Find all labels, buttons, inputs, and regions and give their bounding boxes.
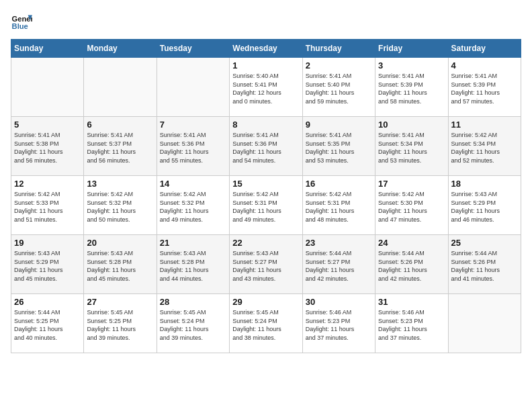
day-number: 5 bbox=[14, 120, 81, 130]
svg-text:Blue: Blue bbox=[12, 22, 28, 30]
day-info: Sunrise: 5:44 AMSunset: 5:26 PMDaylight:… bbox=[451, 249, 518, 283]
day-number: 1 bbox=[232, 60, 299, 71]
week-row-0: 1Sunrise: 5:40 AMSunset: 5:41 PMDaylight… bbox=[11, 58, 521, 117]
calendar-cell: 10Sunrise: 5:41 AMSunset: 5:34 PMDayligh… bbox=[375, 117, 448, 176]
day-info: Sunrise: 5:42 AMSunset: 5:34 PMDaylight:… bbox=[451, 131, 518, 165]
day-number: 23 bbox=[306, 238, 372, 248]
weekday-header-sunday: Sunday bbox=[11, 40, 84, 58]
day-number: 8 bbox=[232, 120, 299, 130]
day-number: 24 bbox=[378, 238, 445, 248]
day-number: 31 bbox=[378, 297, 445, 307]
day-number: 6 bbox=[87, 120, 153, 130]
week-row-4: 26Sunrise: 5:44 AMSunset: 5:25 PMDayligh… bbox=[11, 294, 521, 353]
calendar-cell: 30Sunrise: 5:46 AMSunset: 5:23 PMDayligh… bbox=[302, 294, 375, 353]
week-row-1: 5Sunrise: 5:41 AMSunset: 5:38 PMDaylight… bbox=[11, 117, 521, 176]
day-info: Sunrise: 5:42 AMSunset: 5:32 PMDaylight:… bbox=[87, 190, 153, 224]
calendar-cell: 3Sunrise: 5:41 AMSunset: 5:39 PMDaylight… bbox=[375, 58, 448, 117]
day-info: Sunrise: 5:43 AMSunset: 5:27 PMDaylight:… bbox=[232, 249, 299, 283]
day-number: 15 bbox=[232, 179, 299, 189]
calendar-cell: 13Sunrise: 5:42 AMSunset: 5:32 PMDayligh… bbox=[84, 176, 157, 235]
day-number: 25 bbox=[451, 238, 518, 248]
calendar-cell: 28Sunrise: 5:45 AMSunset: 5:24 PMDayligh… bbox=[157, 294, 229, 353]
calendar-cell: 27Sunrise: 5:45 AMSunset: 5:25 PMDayligh… bbox=[84, 294, 157, 353]
weekday-header-saturday: Saturday bbox=[448, 40, 521, 58]
day-info: Sunrise: 5:43 AMSunset: 5:28 PMDaylight:… bbox=[160, 249, 226, 283]
calendar-cell: 15Sunrise: 5:42 AMSunset: 5:31 PMDayligh… bbox=[230, 176, 302, 235]
calendar-cell: 17Sunrise: 5:42 AMSunset: 5:30 PMDayligh… bbox=[375, 176, 448, 235]
header: General Blue bbox=[11, 11, 521, 32]
weekday-header-friday: Friday bbox=[375, 40, 448, 58]
calendar-cell: 24Sunrise: 5:44 AMSunset: 5:26 PMDayligh… bbox=[375, 235, 448, 294]
calendar-cell: 8Sunrise: 5:41 AMSunset: 5:36 PMDaylight… bbox=[230, 117, 302, 176]
day-number: 20 bbox=[87, 238, 153, 248]
calendar-cell: 1Sunrise: 5:40 AMSunset: 5:41 PMDaylight… bbox=[230, 58, 302, 117]
day-info: Sunrise: 5:45 AMSunset: 5:25 PMDaylight:… bbox=[87, 308, 153, 342]
day-info: Sunrise: 5:43 AMSunset: 5:28 PMDaylight:… bbox=[87, 249, 153, 283]
calendar-cell: 23Sunrise: 5:44 AMSunset: 5:27 PMDayligh… bbox=[302, 235, 375, 294]
day-number: 28 bbox=[160, 297, 226, 307]
calendar-cell bbox=[157, 58, 229, 117]
weekday-header-monday: Monday bbox=[84, 40, 157, 58]
day-info: Sunrise: 5:42 AMSunset: 5:31 PMDaylight:… bbox=[306, 190, 372, 224]
calendar-cell: 9Sunrise: 5:41 AMSunset: 5:35 PMDaylight… bbox=[302, 117, 375, 176]
day-info: Sunrise: 5:43 AMSunset: 5:29 PMDaylight:… bbox=[451, 190, 518, 224]
calendar-cell: 25Sunrise: 5:44 AMSunset: 5:26 PMDayligh… bbox=[448, 235, 521, 294]
day-number: 17 bbox=[378, 179, 445, 189]
day-number: 14 bbox=[160, 179, 226, 189]
day-number: 16 bbox=[306, 179, 372, 189]
day-info: Sunrise: 5:41 AMSunset: 5:37 PMDaylight:… bbox=[87, 131, 153, 165]
weekday-header-tuesday: Tuesday bbox=[157, 40, 229, 58]
day-info: Sunrise: 5:41 AMSunset: 5:35 PMDaylight:… bbox=[306, 131, 372, 165]
day-number: 18 bbox=[451, 179, 518, 189]
day-info: Sunrise: 5:41 AMSunset: 5:38 PMDaylight:… bbox=[14, 131, 81, 165]
logo: General Blue bbox=[11, 11, 32, 32]
calendar-table: SundayMondayTuesdayWednesdayThursdayFrid… bbox=[11, 39, 521, 353]
calendar-cell: 4Sunrise: 5:41 AMSunset: 5:39 PMDaylight… bbox=[448, 58, 521, 117]
day-info: Sunrise: 5:46 AMSunset: 5:23 PMDaylight:… bbox=[306, 308, 372, 342]
week-row-3: 19Sunrise: 5:43 AMSunset: 5:29 PMDayligh… bbox=[11, 235, 521, 294]
day-info: Sunrise: 5:41 AMSunset: 5:40 PMDaylight:… bbox=[306, 72, 372, 105]
day-number: 10 bbox=[378, 120, 445, 130]
day-number: 26 bbox=[14, 297, 81, 307]
day-info: Sunrise: 5:42 AMSunset: 5:33 PMDaylight:… bbox=[14, 190, 81, 224]
day-info: Sunrise: 5:42 AMSunset: 5:30 PMDaylight:… bbox=[378, 190, 445, 224]
weekday-header-row: SundayMondayTuesdayWednesdayThursdayFrid… bbox=[11, 40, 521, 58]
calendar-cell: 6Sunrise: 5:41 AMSunset: 5:37 PMDaylight… bbox=[84, 117, 157, 176]
calendar-cell: 12Sunrise: 5:42 AMSunset: 5:33 PMDayligh… bbox=[11, 176, 84, 235]
day-number: 12 bbox=[14, 179, 81, 189]
week-row-2: 12Sunrise: 5:42 AMSunset: 5:33 PMDayligh… bbox=[11, 176, 521, 235]
calendar-cell bbox=[11, 58, 84, 117]
day-number: 9 bbox=[306, 120, 372, 130]
calendar-cell: 11Sunrise: 5:42 AMSunset: 5:34 PMDayligh… bbox=[448, 117, 521, 176]
day-info: Sunrise: 5:45 AMSunset: 5:24 PMDaylight:… bbox=[232, 308, 299, 342]
day-info: Sunrise: 5:41 AMSunset: 5:34 PMDaylight:… bbox=[378, 131, 445, 165]
day-info: Sunrise: 5:41 AMSunset: 5:36 PMDaylight:… bbox=[232, 131, 299, 165]
day-info: Sunrise: 5:44 AMSunset: 5:27 PMDaylight:… bbox=[306, 249, 372, 283]
day-info: Sunrise: 5:42 AMSunset: 5:32 PMDaylight:… bbox=[160, 190, 226, 224]
day-number: 7 bbox=[160, 120, 226, 130]
day-info: Sunrise: 5:40 AMSunset: 5:41 PMDaylight:… bbox=[232, 72, 299, 105]
calendar-cell: 22Sunrise: 5:43 AMSunset: 5:27 PMDayligh… bbox=[230, 235, 302, 294]
calendar-cell: 19Sunrise: 5:43 AMSunset: 5:29 PMDayligh… bbox=[11, 235, 84, 294]
day-number: 2 bbox=[306, 60, 372, 71]
weekday-header-thursday: Thursday bbox=[302, 40, 375, 58]
day-number: 30 bbox=[306, 297, 372, 307]
day-number: 11 bbox=[451, 120, 518, 130]
calendar-cell: 20Sunrise: 5:43 AMSunset: 5:28 PMDayligh… bbox=[84, 235, 157, 294]
calendar-cell: 29Sunrise: 5:45 AMSunset: 5:24 PMDayligh… bbox=[230, 294, 302, 353]
day-info: Sunrise: 5:44 AMSunset: 5:26 PMDaylight:… bbox=[378, 249, 445, 283]
day-info: Sunrise: 5:44 AMSunset: 5:25 PMDaylight:… bbox=[14, 308, 81, 342]
day-info: Sunrise: 5:41 AMSunset: 5:39 PMDaylight:… bbox=[451, 72, 518, 105]
calendar-cell bbox=[448, 294, 521, 353]
logo-icon: General Blue bbox=[11, 11, 32, 32]
day-info: Sunrise: 5:46 AMSunset: 5:23 PMDaylight:… bbox=[378, 308, 445, 342]
calendar-cell: 2Sunrise: 5:41 AMSunset: 5:40 PMDaylight… bbox=[302, 58, 375, 117]
day-info: Sunrise: 5:43 AMSunset: 5:29 PMDaylight:… bbox=[14, 249, 81, 283]
day-info: Sunrise: 5:42 AMSunset: 5:31 PMDaylight:… bbox=[232, 190, 299, 224]
day-number: 3 bbox=[378, 60, 445, 71]
day-number: 13 bbox=[87, 179, 153, 189]
day-number: 22 bbox=[232, 238, 299, 248]
calendar-cell: 18Sunrise: 5:43 AMSunset: 5:29 PMDayligh… bbox=[448, 176, 521, 235]
calendar-cell: 16Sunrise: 5:42 AMSunset: 5:31 PMDayligh… bbox=[302, 176, 375, 235]
weekday-header-wednesday: Wednesday bbox=[230, 40, 302, 58]
